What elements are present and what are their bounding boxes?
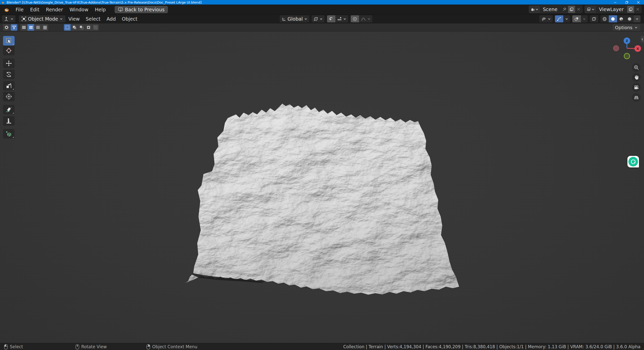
options-dropdown[interactable]: Options <box>613 24 640 31</box>
select-extend-button[interactable] <box>71 24 78 31</box>
gizmo-controls <box>555 15 570 22</box>
transform-tool[interactable] <box>3 92 15 101</box>
overlays-dropdown[interactable] <box>581 15 588 22</box>
proportional-edit-toggle[interactable] <box>351 15 359 22</box>
titlebar[interactable]: Blender* [\\True-NAS\Google_Drive_True-V… <box>0 0 644 5</box>
display-rows-4-button[interactable] <box>42 24 48 31</box>
list-rows-icon <box>36 25 40 30</box>
select-subtract-button[interactable] <box>78 24 85 31</box>
shading-dropdown[interactable] <box>634 15 640 22</box>
active-tool-settings-button[interactable] <box>3 24 10 31</box>
chevron-down-icon <box>304 17 307 21</box>
axis-gizmo[interactable]: Z X <box>602 35 644 63</box>
chevron-down-icon <box>634 26 638 29</box>
select-box-tool[interactable] <box>3 36 15 46</box>
rotate-tool[interactable] <box>3 70 15 79</box>
menu-file[interactable]: File <box>12 6 27 14</box>
overlays-icon <box>574 17 579 21</box>
editor-type-button[interactable] <box>2 15 15 22</box>
transform-orientation-dropdown[interactable]: Global <box>280 15 309 22</box>
gear-icon <box>4 25 9 30</box>
menu-edit[interactable]: Edit <box>27 6 43 14</box>
mode-dropdown[interactable]: Object Mode <box>19 15 65 22</box>
menu-window[interactable]: Window <box>66 6 92 14</box>
gizmo-dropdown[interactable] <box>563 15 570 22</box>
menu-select[interactable]: Select <box>83 15 104 23</box>
tool-filter-button[interactable] <box>11 24 17 31</box>
restore-button[interactable] <box>621 0 632 5</box>
select-subtract-icon <box>79 25 84 30</box>
tool-settings-header: Options <box>0 23 644 31</box>
falloff-curve-icon <box>361 17 366 21</box>
terrain-mesh[interactable] <box>0 31 644 343</box>
blender-logo[interactable] <box>3 7 9 13</box>
duplicate-icon <box>629 7 633 11</box>
shading-wireframe-button[interactable] <box>600 15 609 22</box>
sidebar-toggle[interactable] <box>641 36 644 42</box>
transform-tool-icon <box>6 93 12 100</box>
viewport-3d[interactable]: Z X <box>0 31 644 343</box>
viewlayer-selector: ViewLayer <box>585 6 641 13</box>
shading-solid-button[interactable] <box>609 15 617 22</box>
options-label: Options <box>615 25 632 30</box>
shading-rendered-button[interactable] <box>625 15 634 22</box>
gizmo-y-ball[interactable] <box>624 53 630 59</box>
add-cube-tool[interactable] <box>3 129 15 139</box>
close-button[interactable] <box>632 0 644 5</box>
select-intersect-button[interactable] <box>92 24 99 31</box>
move-tool[interactable] <box>3 59 15 68</box>
gizmo-x-neg-ball[interactable] <box>613 46 619 51</box>
snap-to-dropdown[interactable] <box>335 15 348 22</box>
menu-view[interactable]: View <box>65 15 83 23</box>
select-invert-button[interactable] <box>85 24 92 31</box>
display-rows-2-button[interactable] <box>27 24 34 31</box>
new-viewlayer-button[interactable] <box>627 6 634 13</box>
measure-tool[interactable] <box>3 116 15 126</box>
menu-object[interactable]: Object <box>119 15 140 23</box>
back-to-previous-button[interactable]: Back to Previous <box>115 6 168 13</box>
show-overlays-toggle[interactable] <box>572 15 581 22</box>
select-set-button[interactable] <box>64 24 71 31</box>
falloff-dropdown[interactable] <box>359 15 372 22</box>
menu-help[interactable]: Help <box>92 6 109 14</box>
proportional-edit-controls <box>351 15 372 22</box>
hint-object-context-menu: Object Context Menu <box>146 343 197 350</box>
pin-icon <box>562 7 567 11</box>
zoom-button[interactable] <box>632 63 641 72</box>
xray-toggle[interactable] <box>590 15 598 22</box>
grammarly-widget[interactable] <box>627 156 639 167</box>
scene-selector: Scene <box>529 6 582 13</box>
shading-material-button[interactable] <box>617 15 625 22</box>
pan-button[interactable] <box>632 73 641 82</box>
annotate-tool[interactable] <box>3 105 15 114</box>
move-tool-icon <box>6 60 12 67</box>
scale-tool[interactable] <box>3 81 15 91</box>
camera-view-button[interactable] <box>632 83 641 92</box>
snap-toggle[interactable] <box>327 15 335 22</box>
ortho-toggle-button[interactable] <box>632 93 641 102</box>
view-layer-icon <box>586 7 591 12</box>
chevron-down-icon <box>591 8 595 11</box>
pan-hand-icon <box>634 75 639 80</box>
pin-scene-button[interactable] <box>561 6 568 13</box>
remove-viewlayer-button[interactable] <box>634 6 641 13</box>
unlink-scene-button[interactable] <box>575 6 582 13</box>
mouse-left-icon <box>4 344 8 349</box>
display-rows-3-button[interactable] <box>34 24 41 31</box>
pivot-point-dropdown[interactable] <box>312 15 325 22</box>
mouse-middle-icon <box>75 344 79 349</box>
menu-render[interactable]: Render <box>43 6 66 14</box>
viewlayer-browse-button[interactable] <box>585 6 596 13</box>
minimize-button[interactable] <box>609 0 621 5</box>
snap-controls <box>327 15 348 22</box>
visibility-dropdown[interactable] <box>539 15 553 22</box>
chevron-down-icon <box>343 17 346 21</box>
new-scene-button[interactable] <box>568 6 575 13</box>
viewlayer-name[interactable]: ViewLayer <box>596 7 627 12</box>
show-gizmo-toggle[interactable] <box>555 15 563 22</box>
scene-name[interactable]: Scene <box>540 7 561 12</box>
menu-add[interactable]: Add <box>103 15 119 23</box>
cursor-tool[interactable] <box>3 46 15 55</box>
display-rows-1-button[interactable] <box>20 24 27 31</box>
scene-browse-button[interactable] <box>529 6 540 13</box>
